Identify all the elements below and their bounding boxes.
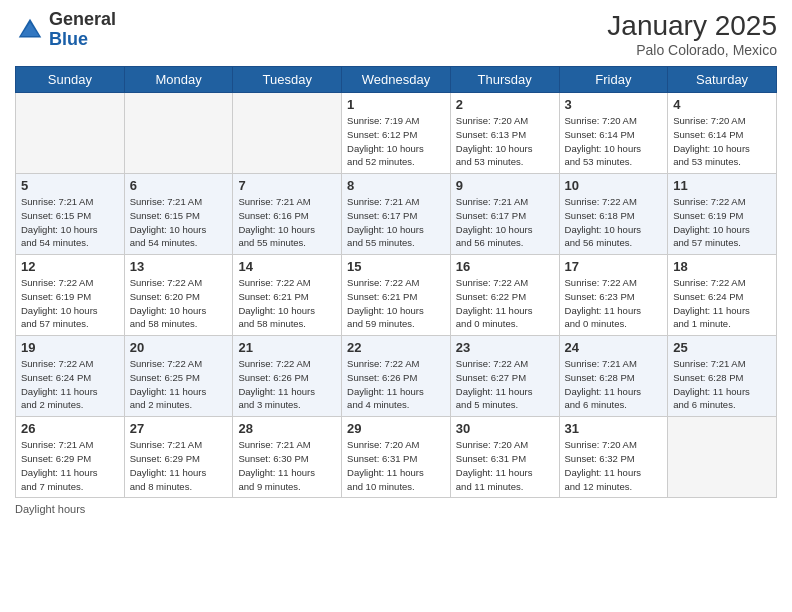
day-info: Sunrise: 7:21 AM Sunset: 6:29 PM Dayligh…: [130, 438, 228, 493]
calendar-week: 1Sunrise: 7:19 AM Sunset: 6:12 PM Daylig…: [16, 93, 777, 174]
calendar-cell: 13Sunrise: 7:22 AM Sunset: 6:20 PM Dayli…: [124, 255, 233, 336]
calendar-cell: 29Sunrise: 7:20 AM Sunset: 6:31 PM Dayli…: [342, 417, 451, 498]
day-info: Sunrise: 7:22 AM Sunset: 6:24 PM Dayligh…: [673, 276, 771, 331]
calendar-cell: 31Sunrise: 7:20 AM Sunset: 6:32 PM Dayli…: [559, 417, 668, 498]
calendar-cell: 3Sunrise: 7:20 AM Sunset: 6:14 PM Daylig…: [559, 93, 668, 174]
day-info: Sunrise: 7:22 AM Sunset: 6:26 PM Dayligh…: [238, 357, 336, 412]
page: General Blue January 2025 Palo Colorado,…: [0, 0, 792, 612]
day-number: 18: [673, 259, 771, 274]
calendar-cell: 6Sunrise: 7:21 AM Sunset: 6:15 PM Daylig…: [124, 174, 233, 255]
calendar-cell: 30Sunrise: 7:20 AM Sunset: 6:31 PM Dayli…: [450, 417, 559, 498]
day-number: 20: [130, 340, 228, 355]
day-info: Sunrise: 7:22 AM Sunset: 6:20 PM Dayligh…: [130, 276, 228, 331]
day-number: 12: [21, 259, 119, 274]
calendar-cell: 20Sunrise: 7:22 AM Sunset: 6:25 PM Dayli…: [124, 336, 233, 417]
calendar-cell: 11Sunrise: 7:22 AM Sunset: 6:19 PM Dayli…: [668, 174, 777, 255]
day-info: Sunrise: 7:21 AM Sunset: 6:28 PM Dayligh…: [565, 357, 663, 412]
day-info: Sunrise: 7:22 AM Sunset: 6:19 PM Dayligh…: [673, 195, 771, 250]
weekday-header: Wednesday: [342, 67, 451, 93]
day-info: Sunrise: 7:21 AM Sunset: 6:15 PM Dayligh…: [130, 195, 228, 250]
day-number: 3: [565, 97, 663, 112]
day-info: Sunrise: 7:19 AM Sunset: 6:12 PM Dayligh…: [347, 114, 445, 169]
calendar-cell: 19Sunrise: 7:22 AM Sunset: 6:24 PM Dayli…: [16, 336, 125, 417]
day-info: Sunrise: 7:22 AM Sunset: 6:26 PM Dayligh…: [347, 357, 445, 412]
calendar-week: 12Sunrise: 7:22 AM Sunset: 6:19 PM Dayli…: [16, 255, 777, 336]
day-number: 8: [347, 178, 445, 193]
day-number: 24: [565, 340, 663, 355]
day-number: 9: [456, 178, 554, 193]
logo-general: General: [49, 9, 116, 29]
calendar-cell: 10Sunrise: 7:22 AM Sunset: 6:18 PM Dayli…: [559, 174, 668, 255]
weekday-header: Tuesday: [233, 67, 342, 93]
day-info: Sunrise: 7:20 AM Sunset: 6:32 PM Dayligh…: [565, 438, 663, 493]
calendar-week: 26Sunrise: 7:21 AM Sunset: 6:29 PM Dayli…: [16, 417, 777, 498]
day-info: Sunrise: 7:22 AM Sunset: 6:24 PM Dayligh…: [21, 357, 119, 412]
logo-blue: Blue: [49, 29, 88, 49]
weekday-header: Friday: [559, 67, 668, 93]
day-info: Sunrise: 7:22 AM Sunset: 6:27 PM Dayligh…: [456, 357, 554, 412]
day-number: 1: [347, 97, 445, 112]
day-info: Sunrise: 7:21 AM Sunset: 6:28 PM Dayligh…: [673, 357, 771, 412]
calendar-cell: 2Sunrise: 7:20 AM Sunset: 6:13 PM Daylig…: [450, 93, 559, 174]
day-info: Sunrise: 7:22 AM Sunset: 6:21 PM Dayligh…: [238, 276, 336, 331]
calendar-cell: 14Sunrise: 7:22 AM Sunset: 6:21 PM Dayli…: [233, 255, 342, 336]
calendar-week: 19Sunrise: 7:22 AM Sunset: 6:24 PM Dayli…: [16, 336, 777, 417]
day-number: 17: [565, 259, 663, 274]
calendar-cell: 18Sunrise: 7:22 AM Sunset: 6:24 PM Dayli…: [668, 255, 777, 336]
logo: General Blue: [15, 10, 116, 50]
calendar-cell: 22Sunrise: 7:22 AM Sunset: 6:26 PM Dayli…: [342, 336, 451, 417]
calendar-cell: 8Sunrise: 7:21 AM Sunset: 6:17 PM Daylig…: [342, 174, 451, 255]
logo-icon: [15, 15, 45, 45]
calendar-cell: 5Sunrise: 7:21 AM Sunset: 6:15 PM Daylig…: [16, 174, 125, 255]
calendar-cell: 26Sunrise: 7:21 AM Sunset: 6:29 PM Dayli…: [16, 417, 125, 498]
day-info: Sunrise: 7:21 AM Sunset: 6:17 PM Dayligh…: [347, 195, 445, 250]
day-info: Sunrise: 7:21 AM Sunset: 6:30 PM Dayligh…: [238, 438, 336, 493]
day-number: 11: [673, 178, 771, 193]
calendar-cell: 17Sunrise: 7:22 AM Sunset: 6:23 PM Dayli…: [559, 255, 668, 336]
calendar-cell: 24Sunrise: 7:21 AM Sunset: 6:28 PM Dayli…: [559, 336, 668, 417]
calendar-cell: [124, 93, 233, 174]
calendar-cell: 4Sunrise: 7:20 AM Sunset: 6:14 PM Daylig…: [668, 93, 777, 174]
calendar-cell: 15Sunrise: 7:22 AM Sunset: 6:21 PM Dayli…: [342, 255, 451, 336]
day-info: Sunrise: 7:22 AM Sunset: 6:19 PM Dayligh…: [21, 276, 119, 331]
day-number: 28: [238, 421, 336, 436]
location: Palo Colorado, Mexico: [607, 42, 777, 58]
day-number: 13: [130, 259, 228, 274]
day-info: Sunrise: 7:22 AM Sunset: 6:18 PM Dayligh…: [565, 195, 663, 250]
calendar: SundayMondayTuesdayWednesdayThursdayFrid…: [15, 66, 777, 498]
calendar-cell: 28Sunrise: 7:21 AM Sunset: 6:30 PM Dayli…: [233, 417, 342, 498]
day-info: Sunrise: 7:21 AM Sunset: 6:16 PM Dayligh…: [238, 195, 336, 250]
day-number: 23: [456, 340, 554, 355]
day-number: 7: [238, 178, 336, 193]
weekday-header: Sunday: [16, 67, 125, 93]
calendar-cell: 1Sunrise: 7:19 AM Sunset: 6:12 PM Daylig…: [342, 93, 451, 174]
day-info: Sunrise: 7:21 AM Sunset: 6:15 PM Dayligh…: [21, 195, 119, 250]
day-number: 26: [21, 421, 119, 436]
calendar-cell: 7Sunrise: 7:21 AM Sunset: 6:16 PM Daylig…: [233, 174, 342, 255]
day-number: 15: [347, 259, 445, 274]
day-info: Sunrise: 7:20 AM Sunset: 6:31 PM Dayligh…: [456, 438, 554, 493]
day-number: 21: [238, 340, 336, 355]
calendar-cell: 25Sunrise: 7:21 AM Sunset: 6:28 PM Dayli…: [668, 336, 777, 417]
calendar-cell: [233, 93, 342, 174]
calendar-cell: 23Sunrise: 7:22 AM Sunset: 6:27 PM Dayli…: [450, 336, 559, 417]
day-info: Sunrise: 7:22 AM Sunset: 6:23 PM Dayligh…: [565, 276, 663, 331]
day-number: 14: [238, 259, 336, 274]
day-info: Sunrise: 7:21 AM Sunset: 6:17 PM Dayligh…: [456, 195, 554, 250]
weekday-header-row: SundayMondayTuesdayWednesdayThursdayFrid…: [16, 67, 777, 93]
title-block: January 2025 Palo Colorado, Mexico: [607, 10, 777, 58]
day-number: 5: [21, 178, 119, 193]
footer-note: Daylight hours: [15, 503, 777, 515]
day-number: 30: [456, 421, 554, 436]
calendar-cell: [668, 417, 777, 498]
day-number: 22: [347, 340, 445, 355]
calendar-cell: 12Sunrise: 7:22 AM Sunset: 6:19 PM Dayli…: [16, 255, 125, 336]
day-number: 4: [673, 97, 771, 112]
calendar-cell: 21Sunrise: 7:22 AM Sunset: 6:26 PM Dayli…: [233, 336, 342, 417]
weekday-header: Monday: [124, 67, 233, 93]
day-info: Sunrise: 7:20 AM Sunset: 6:31 PM Dayligh…: [347, 438, 445, 493]
day-number: 16: [456, 259, 554, 274]
day-number: 25: [673, 340, 771, 355]
day-info: Sunrise: 7:20 AM Sunset: 6:14 PM Dayligh…: [673, 114, 771, 169]
day-number: 10: [565, 178, 663, 193]
